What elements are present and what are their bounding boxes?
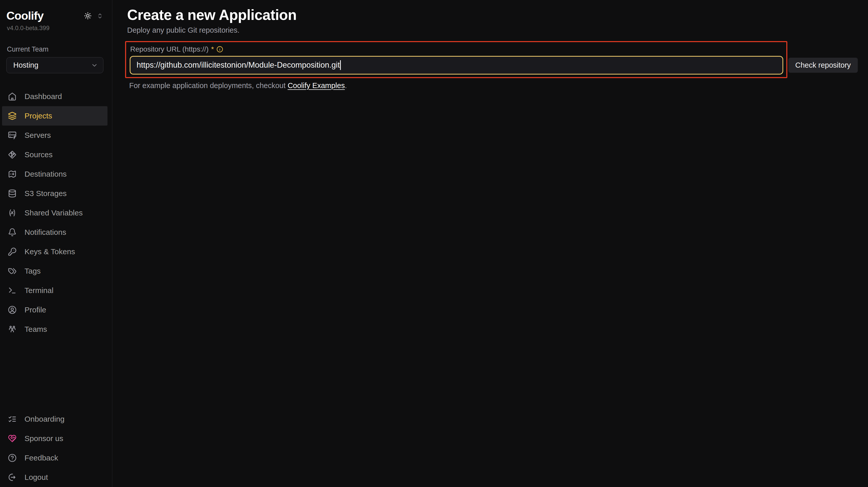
sidebar-item-profile[interactable]: Profile <box>2 300 107 320</box>
checklist-icon <box>8 415 17 423</box>
sidebar-item-servers[interactable]: Servers <box>2 126 107 145</box>
sidebar-item-label: Dashboard <box>25 92 62 101</box>
users-icon <box>8 325 17 334</box>
tags-icon <box>8 267 17 275</box>
team-select[interactable]: Hosting <box>6 57 103 73</box>
sidebar-item-label: Sponsor us <box>25 434 63 443</box>
database-icon <box>8 189 17 198</box>
team-select-value: Hosting <box>13 61 38 69</box>
sidebar-item-label: Logout <box>25 473 48 482</box>
bell-icon <box>8 228 17 237</box>
sidebar-item-s3-storages[interactable]: S3 Storages <box>2 184 107 203</box>
terminal-icon <box>8 286 17 295</box>
heart-handshake-icon <box>8 434 17 443</box>
sidebar-item-label: Keys & Tokens <box>25 247 75 256</box>
sidebar-item-onboarding[interactable]: Onboarding <box>2 410 107 429</box>
page-subtitle: Deploy any public Git repositories. <box>127 26 868 34</box>
sidebar-item-feedback[interactable]: Feedback <box>2 448 107 467</box>
sidebar-item-label: Destinations <box>25 170 67 178</box>
sidebar: Coolify v4.0.0-beta.399 Current Team Hos… <box>0 0 112 487</box>
main-content: Create a new Application Deploy any publ… <box>113 0 868 487</box>
repository-url-input[interactable]: https://github.com/illicitestonion/Modul… <box>130 56 783 74</box>
sidebar-item-label: Sources <box>25 150 53 159</box>
sidebar-nav: DashboardProjectsServersSourcesDestinati… <box>0 87 112 339</box>
user-circle-icon <box>8 305 17 314</box>
logout-icon <box>8 473 17 482</box>
sidebar-item-label: Servers <box>25 131 51 140</box>
sidebar-item-notifications[interactable]: Notifications <box>2 223 107 242</box>
helper-text: For example application deployments, che… <box>129 82 868 90</box>
coolify-examples-link[interactable]: Coolify Examples <box>288 82 345 90</box>
coolify-app: { "app": { "name": "Coolify", "version":… <box>0 0 868 487</box>
sidebar-item-keys-tokens[interactable]: Keys & Tokens <box>2 242 107 261</box>
chevrons-up-down-icon[interactable] <box>97 13 103 19</box>
sidebar-item-destinations[interactable]: Destinations <box>2 164 107 184</box>
sidebar-header: Coolify <box>6 9 103 23</box>
sidebar-item-label: S3 Storages <box>25 189 67 198</box>
app-logo: Coolify <box>6 9 44 23</box>
help-circle-icon <box>8 454 17 462</box>
sidebar-item-label: Feedback <box>25 454 58 462</box>
variable-icon <box>8 208 17 217</box>
sidebar-item-teams[interactable]: Teams <box>2 320 107 339</box>
repository-url-value: https://github.com/illicitestonion/Modul… <box>136 61 340 70</box>
sidebar-item-label: Onboarding <box>25 415 65 423</box>
sidebar-item-projects[interactable]: Projects <box>2 106 107 126</box>
sun-icon[interactable] <box>84 12 92 20</box>
info-icon[interactable] <box>216 46 223 53</box>
layers-icon <box>8 111 17 120</box>
sidebar-item-logout[interactable]: Logout <box>2 467 107 487</box>
sidebar-item-sponsor-us[interactable]: Sponsor us <box>2 429 107 448</box>
sidebar-footer-nav: OnboardingSponsor usFeedbackLogout <box>0 410 112 487</box>
repository-form: Repository URL (https://) * https://gith… <box>125 41 868 78</box>
page-title: Create a new Application <box>127 7 868 24</box>
sidebar-item-tags[interactable]: Tags <box>2 261 107 281</box>
required-marker: * <box>211 45 214 53</box>
sidebar-item-label: Notifications <box>25 228 66 237</box>
current-team-label: Current Team <box>7 45 49 53</box>
git-source-icon <box>8 150 17 159</box>
app-version: v4.0.0-beta.399 <box>7 25 50 32</box>
sidebar-item-dashboard[interactable]: Dashboard <box>2 87 107 106</box>
highlighted-region: Repository URL (https://) * https://gith… <box>125 41 787 78</box>
sidebar-item-shared-variables[interactable]: Shared Variables <box>2 203 107 223</box>
sidebar-item-terminal[interactable]: Terminal <box>2 281 107 300</box>
sidebar-item-label: Tags <box>25 267 40 275</box>
chevron-down-icon <box>91 62 98 69</box>
home-icon <box>8 92 17 101</box>
sidebar-item-label: Shared Variables <box>25 208 83 217</box>
key-icon <box>8 247 17 256</box>
repository-url-label: Repository URL (https://) <box>130 45 209 53</box>
sidebar-item-label: Profile <box>25 305 46 314</box>
sidebar-item-label: Projects <box>25 111 52 120</box>
check-repository-button[interactable]: Check repository <box>788 58 858 73</box>
text-cursor <box>340 60 341 70</box>
sidebar-item-sources[interactable]: Sources <box>2 145 107 164</box>
map-icon <box>8 170 17 178</box>
sidebar-item-label: Teams <box>25 325 47 334</box>
sidebar-item-label: Terminal <box>25 286 53 295</box>
server-icon <box>8 131 17 140</box>
